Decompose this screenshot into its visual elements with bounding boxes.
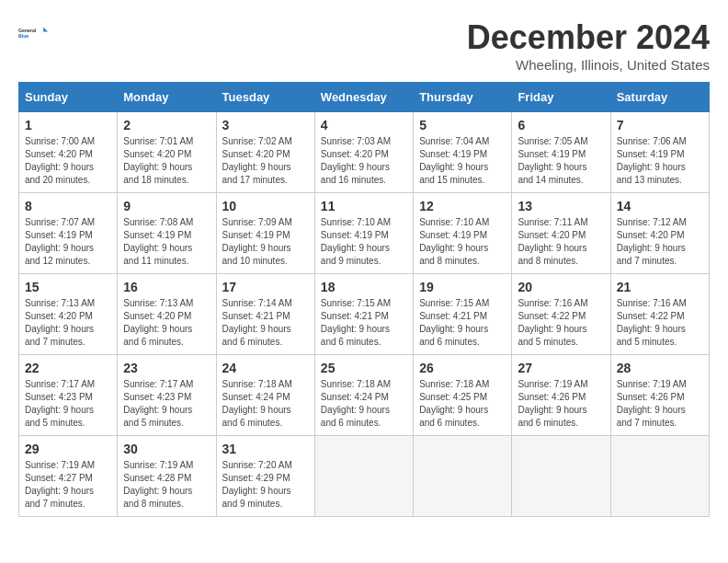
day-number: 15 (25, 280, 111, 294)
calendar-cell: 29Sunrise: 7:19 AMSunset: 4:27 PMDayligh… (19, 436, 118, 517)
week-row-5: 29Sunrise: 7:19 AMSunset: 4:27 PMDayligh… (19, 436, 710, 517)
calendar-cell: 23Sunrise: 7:17 AMSunset: 4:23 PMDayligh… (118, 355, 216, 436)
calendar-cell: 12Sunrise: 7:10 AMSunset: 4:19 PMDayligh… (414, 193, 512, 274)
day-number: 6 (518, 118, 604, 132)
day-number: 21 (617, 280, 703, 294)
week-row-3: 15Sunrise: 7:13 AMSunset: 4:20 PMDayligh… (19, 274, 710, 355)
header-friday: Friday (512, 83, 610, 112)
day-info: Sunrise: 7:04 AMSunset: 4:19 PMDaylight:… (419, 135, 506, 187)
logo-svg: General Blue (18, 18, 48, 48)
day-number: 30 (123, 442, 210, 456)
day-info: Sunrise: 7:06 AMSunset: 4:19 PMDaylight:… (617, 135, 703, 187)
week-row-4: 22Sunrise: 7:17 AMSunset: 4:23 PMDayligh… (19, 355, 710, 436)
day-info: Sunrise: 7:10 AMSunset: 4:19 PMDaylight:… (419, 216, 506, 268)
page-header: General Blue December 2024 Wheeling, Ill… (18, 18, 710, 73)
calendar-body: 1Sunrise: 7:00 AMSunset: 4:20 PMDaylight… (19, 112, 710, 517)
day-number: 14 (617, 199, 703, 213)
calendar-cell: 11Sunrise: 7:10 AMSunset: 4:19 PMDayligh… (314, 193, 413, 274)
day-info: Sunrise: 7:17 AMSunset: 4:23 PMDaylight:… (25, 378, 111, 430)
calendar-cell: 20Sunrise: 7:16 AMSunset: 4:22 PMDayligh… (512, 274, 610, 355)
day-info: Sunrise: 7:07 AMSunset: 4:19 PMDaylight:… (25, 216, 111, 268)
calendar-cell: 16Sunrise: 7:13 AMSunset: 4:20 PMDayligh… (118, 274, 216, 355)
day-info: Sunrise: 7:01 AMSunset: 4:20 PMDaylight:… (123, 135, 210, 187)
day-number: 20 (518, 280, 604, 294)
day-info: Sunrise: 7:00 AMSunset: 4:20 PMDaylight:… (25, 135, 111, 187)
header-sunday: Sunday (19, 83, 118, 112)
header-wednesday: Wednesday (314, 83, 413, 112)
day-info: Sunrise: 7:18 AMSunset: 4:24 PMDaylight:… (321, 378, 407, 430)
calendar-cell: 24Sunrise: 7:18 AMSunset: 4:24 PMDayligh… (216, 355, 314, 436)
day-info: Sunrise: 7:08 AMSunset: 4:19 PMDaylight:… (123, 216, 210, 268)
day-info: Sunrise: 7:14 AMSunset: 4:21 PMDaylight:… (222, 297, 309, 349)
day-info: Sunrise: 7:05 AMSunset: 4:19 PMDaylight:… (518, 135, 604, 187)
calendar-cell (512, 436, 610, 517)
day-number: 22 (25, 361, 111, 375)
day-number: 11 (321, 199, 407, 213)
day-info: Sunrise: 7:03 AMSunset: 4:20 PMDaylight:… (321, 135, 407, 187)
day-info: Sunrise: 7:18 AMSunset: 4:24 PMDaylight:… (222, 378, 309, 430)
day-info: Sunrise: 7:18 AMSunset: 4:25 PMDaylight:… (419, 378, 506, 430)
calendar-cell (610, 436, 709, 517)
calendar-cell (314, 436, 413, 517)
calendar-cell: 6Sunrise: 7:05 AMSunset: 4:19 PMDaylight… (512, 112, 610, 193)
day-info: Sunrise: 7:02 AMSunset: 4:20 PMDaylight:… (222, 135, 309, 187)
header-tuesday: Tuesday (216, 83, 314, 112)
day-number: 24 (222, 361, 309, 375)
day-info: Sunrise: 7:15 AMSunset: 4:21 PMDaylight:… (419, 297, 506, 349)
day-info: Sunrise: 7:17 AMSunset: 4:23 PMDaylight:… (123, 378, 210, 430)
calendar-cell: 9Sunrise: 7:08 AMSunset: 4:19 PMDaylight… (118, 193, 216, 274)
day-number: 25 (321, 361, 407, 375)
day-number: 2 (123, 118, 210, 132)
calendar-cell: 3Sunrise: 7:02 AMSunset: 4:20 PMDaylight… (216, 112, 314, 193)
header-monday: Monday (118, 83, 216, 112)
calendar-cell: 31Sunrise: 7:20 AMSunset: 4:29 PMDayligh… (216, 436, 314, 517)
calendar-header: SundayMondayTuesdayWednesdayThursdayFrid… (19, 83, 710, 112)
calendar-cell: 1Sunrise: 7:00 AMSunset: 4:20 PMDaylight… (19, 112, 118, 193)
day-number: 23 (123, 361, 210, 375)
day-info: Sunrise: 7:09 AMSunset: 4:19 PMDaylight:… (222, 216, 309, 268)
day-number: 10 (222, 199, 309, 213)
day-number: 4 (321, 118, 407, 132)
calendar-cell: 15Sunrise: 7:13 AMSunset: 4:20 PMDayligh… (19, 274, 118, 355)
day-info: Sunrise: 7:19 AMSunset: 4:26 PMDaylight:… (617, 378, 703, 430)
day-info: Sunrise: 7:16 AMSunset: 4:22 PMDaylight:… (617, 297, 703, 349)
title-section: December 2024 Wheeling, Illinois, United… (467, 18, 710, 73)
calendar-cell: 17Sunrise: 7:14 AMSunset: 4:21 PMDayligh… (216, 274, 314, 355)
calendar-cell: 28Sunrise: 7:19 AMSunset: 4:26 PMDayligh… (610, 355, 709, 436)
calendar-cell (414, 436, 512, 517)
day-number: 13 (518, 199, 604, 213)
calendar-table: SundayMondayTuesdayWednesdayThursdayFrid… (18, 82, 710, 517)
day-number: 9 (123, 199, 210, 213)
day-number: 18 (321, 280, 407, 294)
day-info: Sunrise: 7:19 AMSunset: 4:28 PMDaylight:… (123, 459, 210, 511)
calendar-cell: 30Sunrise: 7:19 AMSunset: 4:28 PMDayligh… (118, 436, 216, 517)
day-info: Sunrise: 7:11 AMSunset: 4:20 PMDaylight:… (518, 216, 604, 268)
calendar-cell: 22Sunrise: 7:17 AMSunset: 4:23 PMDayligh… (19, 355, 118, 436)
calendar-cell: 27Sunrise: 7:19 AMSunset: 4:26 PMDayligh… (512, 355, 610, 436)
calendar-cell: 14Sunrise: 7:12 AMSunset: 4:20 PMDayligh… (610, 193, 709, 274)
calendar-cell: 13Sunrise: 7:11 AMSunset: 4:20 PMDayligh… (512, 193, 610, 274)
svg-text:Blue: Blue (18, 33, 28, 39)
day-number: 28 (617, 361, 703, 375)
day-number: 7 (617, 118, 703, 132)
header-saturday: Saturday (610, 83, 709, 112)
calendar-cell: 18Sunrise: 7:15 AMSunset: 4:21 PMDayligh… (314, 274, 413, 355)
day-number: 27 (518, 361, 604, 375)
week-row-1: 1Sunrise: 7:00 AMSunset: 4:20 PMDaylight… (19, 112, 710, 193)
header-thursday: Thursday (414, 83, 512, 112)
day-info: Sunrise: 7:10 AMSunset: 4:19 PMDaylight:… (321, 216, 407, 268)
day-info: Sunrise: 7:19 AMSunset: 4:27 PMDaylight:… (25, 459, 111, 511)
calendar-cell: 5Sunrise: 7:04 AMSunset: 4:19 PMDaylight… (414, 112, 512, 193)
page-title: December 2024 (467, 18, 710, 57)
day-number: 19 (419, 280, 506, 294)
day-info: Sunrise: 7:20 AMSunset: 4:29 PMDaylight:… (222, 459, 309, 511)
page-subtitle: Wheeling, Illinois, United States (467, 57, 710, 73)
day-number: 5 (419, 118, 506, 132)
day-info: Sunrise: 7:19 AMSunset: 4:26 PMDaylight:… (518, 378, 604, 430)
calendar-cell: 4Sunrise: 7:03 AMSunset: 4:20 PMDaylight… (314, 112, 413, 193)
calendar-cell: 21Sunrise: 7:16 AMSunset: 4:22 PMDayligh… (610, 274, 709, 355)
calendar-cell: 25Sunrise: 7:18 AMSunset: 4:24 PMDayligh… (314, 355, 413, 436)
svg-marker-2 (43, 28, 48, 32)
day-info: Sunrise: 7:13 AMSunset: 4:20 PMDaylight:… (123, 297, 210, 349)
calendar-cell: 8Sunrise: 7:07 AMSunset: 4:19 PMDaylight… (19, 193, 118, 274)
